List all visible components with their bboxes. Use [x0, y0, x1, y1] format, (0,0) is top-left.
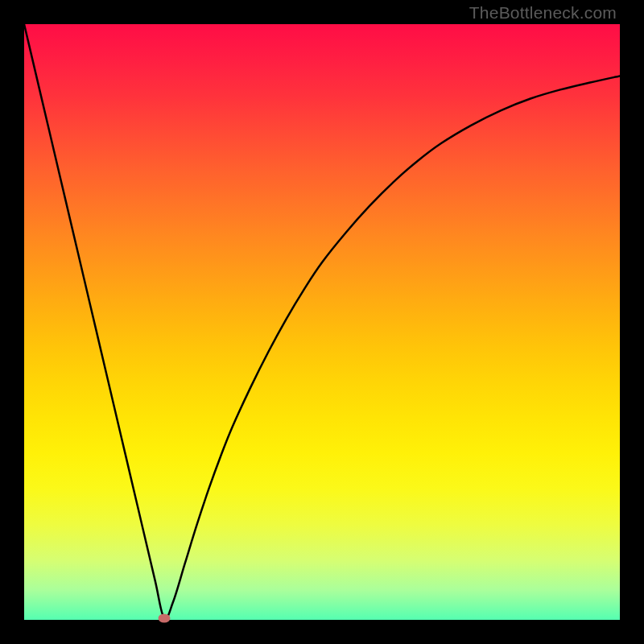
plot-area [24, 24, 620, 620]
chart-frame: TheBottleneck.com [0, 0, 644, 644]
bottleneck-curve [24, 24, 620, 620]
minimum-point-marker [158, 613, 170, 622]
watermark-text: TheBottleneck.com [469, 3, 617, 23]
